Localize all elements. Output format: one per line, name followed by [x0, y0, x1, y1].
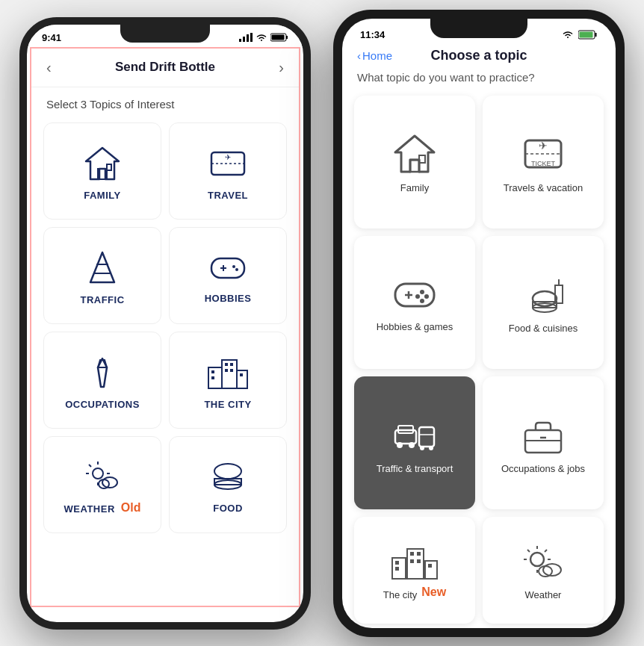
- old-badge: Old: [121, 501, 141, 515]
- svg-rect-5: [286, 36, 288, 39]
- svg-rect-80: [425, 561, 437, 579]
- old-topic-family[interactable]: FAMILY: [43, 122, 161, 220]
- old-phone: 9:41 ‹ Send Dr: [19, 17, 311, 630]
- new-topic-hobbies[interactable]: Hobbies & games: [354, 236, 475, 369]
- new-phone-inner: 11:34 ‹ Home Choose a topic W: [342, 19, 616, 628]
- burger-icon: [209, 459, 247, 495]
- new-header: ‹ Home Choose a topic: [342, 43, 616, 68]
- new-hobbies-label: Hobbies & games: [377, 321, 453, 332]
- old-topic-travel[interactable]: ✈ TRAVEL: [169, 122, 287, 220]
- new-briefcase-icon: [519, 414, 567, 456]
- old-city-label: THE CITY: [204, 399, 251, 410]
- time: 9:41: [42, 32, 61, 43]
- new-topic-city[interactable]: The city New: [354, 517, 475, 624]
- svg-rect-32: [240, 373, 243, 376]
- new-topic-family[interactable]: Family: [354, 96, 475, 229]
- new-topic-travels[interactable]: ✈ TICKET Travels & vacation: [483, 96, 604, 229]
- svg-rect-24: [222, 360, 237, 388]
- new-topic-weather[interactable]: Weather: [483, 517, 604, 624]
- new-gamepad-icon: [391, 275, 439, 314]
- svg-text:✈: ✈: [539, 140, 548, 152]
- svg-line-93: [527, 550, 530, 552]
- svg-point-19: [232, 265, 235, 268]
- tie-icon: [81, 354, 123, 391]
- old-phone-content: ‹ Send Drift Bottle › Select 3 Topics of…: [30, 47, 300, 607]
- new-phone: 11:34 ‹ Home Choose a topic W: [333, 10, 625, 637]
- new-badge: New: [421, 586, 446, 599]
- old-travel-label: TRAVEL: [208, 190, 248, 201]
- new-city-label: The city: [383, 589, 418, 600]
- svg-point-40: [99, 479, 109, 488]
- signal-icon: [239, 33, 253, 42]
- svg-point-73: [420, 446, 424, 450]
- new-topic-traffic[interactable]: Traffic & transport: [354, 376, 475, 509]
- svg-rect-6: [272, 35, 285, 40]
- new-food-icon: [519, 273, 567, 315]
- svg-rect-25: [237, 370, 247, 388]
- new-title: Choose a topic: [430, 48, 527, 63]
- svg-rect-84: [417, 552, 421, 556]
- old-occupations-label: OCCUPATIONS: [65, 399, 140, 410]
- svg-point-33: [93, 468, 103, 479]
- svg-rect-27: [211, 376, 214, 379]
- svg-point-70: [409, 442, 415, 448]
- old-topic-food[interactable]: FOOD: [169, 436, 287, 533]
- old-food-label: FOOD: [213, 503, 243, 514]
- back-chevron-icon: ‹: [357, 49, 361, 62]
- svg-rect-82: [395, 567, 399, 571]
- forward-arrow-icon[interactable]: ›: [279, 59, 284, 76]
- new-occupations-label: Occupations & jobs: [501, 463, 585, 474]
- old-topic-city[interactable]: THE CITY: [169, 332, 287, 429]
- new-notch: [430, 19, 527, 38]
- svg-marker-7: [86, 148, 119, 179]
- svg-rect-0: [239, 39, 241, 42]
- buildings-icon: [205, 354, 250, 391]
- svg-rect-3: [250, 33, 253, 42]
- old-topic-occupations[interactable]: OCCUPATIONS: [43, 332, 161, 429]
- old-topic-weather[interactable]: WEATHER Old: [43, 436, 161, 533]
- svg-rect-30: [225, 369, 228, 372]
- svg-rect-87: [428, 564, 432, 568]
- new-topic-occupations[interactable]: Occupations & jobs: [483, 376, 604, 509]
- svg-rect-85: [410, 559, 414, 563]
- svg-line-94: [545, 550, 547, 552]
- status-icons: [239, 33, 288, 42]
- svg-rect-48: [410, 160, 419, 172]
- battery-icon: [270, 33, 288, 42]
- svg-rect-28: [225, 363, 228, 366]
- svg-rect-45: [595, 33, 597, 37]
- old-header: ‹ Send Drift Bottle ›: [31, 49, 299, 87]
- ticket-icon: ✈: [207, 145, 249, 182]
- svg-rect-31: [230, 369, 233, 372]
- new-house-icon: [391, 133, 439, 175]
- old-title: Send Drift Bottle: [115, 60, 215, 75]
- svg-point-60: [420, 299, 424, 303]
- svg-rect-16: [211, 258, 244, 278]
- svg-text:TICKET: TICKET: [531, 160, 556, 167]
- old-topic-traffic[interactable]: TRAFFIC: [43, 227, 161, 324]
- new-traffic-label: Traffic & transport: [377, 463, 453, 474]
- svg-rect-81: [395, 561, 399, 565]
- new-family-label: Family: [400, 182, 429, 193]
- old-topic-hobbies[interactable]: HOBBIES: [169, 227, 287, 324]
- svg-point-57: [420, 290, 424, 294]
- new-topic-food[interactable]: Food & cuisines: [483, 236, 604, 369]
- back-arrow-icon[interactable]: ‹: [46, 59, 52, 76]
- old-weather-label: WEATHER: [64, 503, 115, 515]
- cone-icon: [81, 249, 123, 287]
- new-travels-label: Travels & vacation: [504, 182, 583, 193]
- new-ticket-icon: ✈ TICKET: [519, 133, 567, 175]
- new-subtitle: What topic do you want to practice?: [342, 68, 616, 91]
- svg-rect-23: [208, 367, 222, 388]
- old-topics-grid: FAMILY ✈ TRAVEL TRAFFIC: [31, 117, 299, 539]
- svg-rect-2: [247, 34, 249, 42]
- new-wifi-icon: [562, 30, 574, 39]
- new-food-label: Food & cuisines: [509, 323, 578, 334]
- svg-point-69: [397, 442, 403, 448]
- svg-rect-9: [107, 164, 111, 170]
- back-button[interactable]: ‹ Home: [357, 49, 392, 62]
- gamepad-icon: [207, 251, 249, 285]
- wifi-icon: [256, 33, 267, 42]
- svg-point-58: [424, 294, 429, 299]
- svg-text:✈: ✈: [225, 153, 231, 161]
